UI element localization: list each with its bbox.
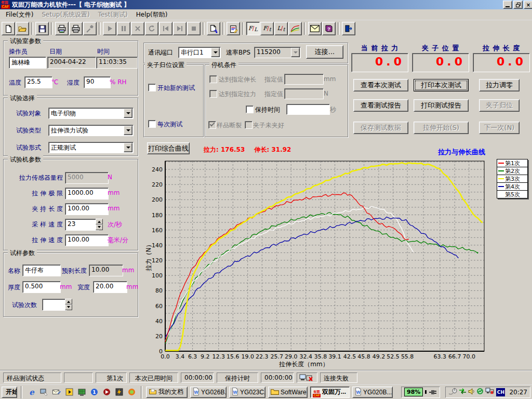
dropdown-arrow-icon[interactable] bbox=[124, 109, 132, 118]
restore-button[interactable] bbox=[513, 1, 523, 9]
machine-param-input[interactable]: 100.00 bbox=[65, 234, 109, 246]
multi-curve-icon[interactable] bbox=[288, 22, 302, 35]
spin-down-icon[interactable] bbox=[65, 304, 72, 310]
action-button[interactable]: 下一次(N) bbox=[479, 122, 520, 134]
action-button[interactable]: 保存测试数据 bbox=[353, 122, 408, 134]
tv-icon[interactable] bbox=[76, 387, 87, 398]
show-desktop-icon[interactable] bbox=[38, 387, 50, 398]
machine-param-input[interactable]: 1000.00 bbox=[65, 188, 109, 200]
action-button[interactable]: 打印测试报告 bbox=[414, 99, 469, 112]
hold-time-input[interactable] bbox=[286, 104, 330, 115]
start-button[interactable]: 开始 bbox=[2, 387, 17, 398]
machine-param-spinner[interactable] bbox=[96, 219, 103, 229]
wmp-icon[interactable] bbox=[126, 387, 137, 398]
save-icon[interactable] bbox=[35, 22, 49, 35]
winamp-icon[interactable] bbox=[113, 387, 125, 398]
machine-param-input[interactable]: 23 bbox=[65, 219, 99, 231]
network-error-icon[interactable] bbox=[485, 388, 494, 396]
temperature-input[interactable]: 25.5 bbox=[24, 76, 52, 88]
sample-name-input[interactable]: 牛仔布 bbox=[22, 264, 61, 276]
clamp-loose-checkbox[interactable] bbox=[245, 121, 252, 129]
clamp-reset-checkbox[interactable] bbox=[148, 84, 156, 91]
action-button[interactable]: 拉伸开始(S) bbox=[414, 122, 469, 134]
reset-icon[interactable] bbox=[145, 22, 158, 35]
stop-icon[interactable] bbox=[187, 22, 201, 35]
connect-button[interactable]: 连接... bbox=[306, 45, 343, 59]
stop-elongation-input[interactable] bbox=[284, 74, 324, 85]
comm-port-dropdown[interactable]: 串行口1 bbox=[178, 47, 221, 58]
length-time-curve-icon[interactable]: L/t bbox=[274, 22, 288, 35]
open-folder-icon[interactable] bbox=[16, 22, 29, 35]
outlook-icon[interactable] bbox=[51, 387, 62, 398]
width-input[interactable]: 20.00 bbox=[93, 281, 127, 293]
dropdown-arrow-icon[interactable] bbox=[291, 48, 300, 57]
realplayer-icon[interactable] bbox=[101, 387, 112, 398]
action-button[interactable]: 拉力调零 bbox=[479, 79, 520, 91]
print-preview-icon[interactable] bbox=[55, 22, 69, 35]
action-button[interactable]: 夹子归位 bbox=[479, 99, 520, 112]
dropdown-arrow-icon[interactable] bbox=[124, 143, 132, 152]
mouse-icon[interactable] bbox=[448, 388, 457, 396]
media-player-icon[interactable] bbox=[63, 387, 75, 398]
humidity-input[interactable]: 90 bbox=[84, 76, 111, 88]
thickness-input[interactable]: 0.500 bbox=[22, 281, 61, 293]
baud-dropdown[interactable]: 115200 bbox=[254, 47, 301, 58]
dropdown-arrow-icon[interactable] bbox=[124, 126, 132, 135]
stop-force-input[interactable] bbox=[284, 88, 324, 99]
test-select-dropdown[interactable]: 电子织物 bbox=[48, 108, 134, 119]
task-button[interactable]: 有固CAF双固万... bbox=[310, 387, 350, 398]
action-button[interactable]: 打印本次测试 bbox=[414, 79, 469, 91]
print-curve-button[interactable]: 打印综合曲线 bbox=[147, 142, 190, 154]
task-button[interactable]: WYG020B... bbox=[352, 387, 393, 398]
mail-icon[interactable] bbox=[308, 22, 322, 35]
action-button[interactable]: 查看本次测试 bbox=[353, 79, 408, 91]
test-select-dropdown[interactable]: 拉伸强力试验 bbox=[48, 125, 134, 136]
menu-item[interactable]: Test(测试) bbox=[95, 9, 131, 20]
pause-icon[interactable] bbox=[117, 22, 130, 35]
transfer-icon[interactable] bbox=[459, 388, 467, 396]
action-button[interactable]: 查看测试报告 bbox=[353, 99, 408, 112]
menu-item[interactable]: Help(帮助) bbox=[132, 9, 171, 20]
last-icon[interactable] bbox=[173, 22, 187, 35]
export-data-icon[interactable] bbox=[207, 22, 220, 35]
test-count-spinner[interactable] bbox=[65, 299, 72, 309]
new-document-icon[interactable] bbox=[2, 22, 15, 35]
tools-icon[interactable] bbox=[83, 22, 97, 35]
first-icon[interactable] bbox=[159, 22, 172, 35]
sample-break-checkbox[interactable] bbox=[208, 121, 216, 129]
machine-param-input[interactable]: 5000 bbox=[65, 172, 109, 184]
hold-time-checkbox[interactable] bbox=[246, 105, 254, 113]
volume-icon[interactable] bbox=[468, 388, 475, 396]
stop-elongation-checkbox[interactable] bbox=[209, 75, 217, 83]
spin-down-icon[interactable] bbox=[96, 224, 103, 230]
task-button[interactable]: WYG023C... bbox=[229, 387, 265, 398]
task-button[interactable]: SoftWare bbox=[268, 387, 308, 398]
help-icon[interactable]: ? bbox=[322, 22, 336, 35]
clamp-reset-checkbox[interactable] bbox=[148, 120, 156, 128]
task-button[interactable]: 我的文档 bbox=[146, 387, 188, 398]
machine-param-input[interactable]: 100.00 bbox=[65, 203, 109, 215]
operator-input[interactable]: 施林峰 bbox=[9, 57, 46, 69]
ie-icon[interactable]: e bbox=[26, 387, 37, 398]
spin-up-icon[interactable] bbox=[96, 219, 103, 224]
test-select-dropdown[interactable]: 正规测试 bbox=[48, 142, 134, 153]
task-button[interactable]: WYG026B... bbox=[190, 387, 227, 398]
force-length-curve-icon[interactable]: F/L bbox=[246, 22, 260, 35]
test-count-input[interactable] bbox=[42, 299, 67, 311]
language-indicator[interactable]: CH bbox=[496, 388, 505, 396]
report-icon[interactable] bbox=[227, 22, 240, 35]
stop-force-checkbox[interactable] bbox=[209, 90, 217, 98]
close-button[interactable]: × bbox=[524, 1, 532, 9]
msn-icon[interactable]: 1 bbox=[88, 387, 100, 398]
menu-item[interactable]: File(文件) bbox=[2, 9, 37, 20]
exit-icon[interactable] bbox=[342, 22, 355, 35]
menu-item[interactable]: Setup(系统设置) bbox=[38, 9, 93, 20]
force-time-curve-icon[interactable]: F/t bbox=[260, 22, 274, 35]
dropdown-arrow-icon[interactable] bbox=[211, 48, 220, 57]
print-icon[interactable] bbox=[69, 22, 83, 35]
spin-up-icon[interactable] bbox=[65, 299, 72, 304]
cancel-icon[interactable] bbox=[131, 22, 144, 35]
minimize-button[interactable] bbox=[503, 1, 512, 9]
sync-icon[interactable] bbox=[476, 388, 484, 396]
play-icon[interactable] bbox=[103, 22, 116, 35]
